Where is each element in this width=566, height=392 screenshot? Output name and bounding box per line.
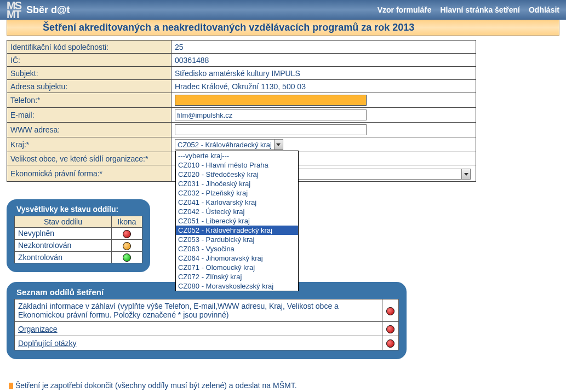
- status-dot-icon: [123, 242, 131, 250]
- link-main-page[interactable]: Hlavní stránka šetření: [440, 5, 520, 14]
- row-subject-value: Středisko amatérské kultury IMPULS: [171, 67, 476, 80]
- status-dot-icon: [386, 307, 395, 315]
- page-title: Šetření akreditovaných a neakreditovanýc…: [13, 22, 553, 33]
- legend-state-icon-cell: [112, 228, 142, 240]
- link-form-template[interactable]: Vzor formuláře: [378, 5, 432, 14]
- region-option[interactable]: CZ080 - Moravskoslezský kraj: [176, 281, 298, 291]
- section-status-cell: [382, 336, 399, 350]
- page-heading-bar: Šetření akreditovaných a neakreditovanýc…: [7, 20, 559, 36]
- region-option[interactable]: CZ063 - Vysočina: [176, 244, 298, 253]
- www-input[interactable]: [175, 124, 367, 135]
- region-option[interactable]: CZ072 - Zlínský kraj: [176, 272, 298, 281]
- chevron-down-icon[interactable]: [461, 169, 470, 179]
- app-name: Sběr d@t: [26, 4, 70, 16]
- region-option[interactable]: ---vyberte kraj---: [176, 151, 298, 160]
- sections-box: Seznam oddílů šetření Základní informace…: [7, 282, 407, 359]
- legend-table: Stav oddílu Ikona NevyplněnNezkontrolová…: [14, 216, 142, 263]
- app-logo: MS MT Sběr d@t: [7, 1, 70, 19]
- phone-input[interactable]: [175, 95, 367, 106]
- section-link[interactable]: Doplňující otázky: [18, 339, 77, 348]
- region-select-text: CZ052 - Královéhradecký kraj: [175, 141, 274, 149]
- email-input[interactable]: [175, 109, 367, 120]
- legend-state-label: Zkontrolován: [15, 251, 112, 263]
- region-option[interactable]: CZ053 - Pardubický kraj: [176, 235, 298, 244]
- region-option[interactable]: CZ042 - Ústecký kraj: [176, 207, 298, 216]
- status-dot-icon: [386, 339, 395, 348]
- section-row-text: Doplňující otázky: [15, 336, 382, 350]
- legend-box: Vysvětlivky ke stavu oddílu: Stav oddílu…: [7, 199, 150, 272]
- row-email-label: E-mail:: [7, 108, 171, 123]
- region-option[interactable]: CZ032 - Plzeňský kraj: [176, 188, 298, 198]
- section-status-cell: [382, 322, 399, 336]
- row-address-label: Adresa subjektu:: [7, 80, 171, 93]
- link-logout[interactable]: Odhlásit: [529, 5, 559, 14]
- legend-title: Vysvětlivky ke stavu oddílu:: [14, 205, 142, 214]
- legend-state-label: Nevyplněn: [15, 228, 112, 240]
- legend-state-label: Nezkontrolován: [15, 239, 112, 251]
- row-region-label: Kraj:*: [7, 137, 171, 152]
- legend-state-icon-cell: [112, 239, 142, 251]
- section-link[interactable]: Organizace: [18, 325, 58, 333]
- region-option[interactable]: CZ020 - Středočeský kraj: [176, 170, 298, 179]
- section-status-cell: [382, 299, 399, 322]
- legend-state-icon-cell: [112, 251, 142, 263]
- row-phone-label: Telefon:*: [7, 93, 171, 108]
- chevron-down-icon[interactable]: [274, 140, 283, 149]
- row-ic-label: IČ:: [7, 54, 171, 67]
- status-dot-icon: [123, 253, 131, 262]
- row-legal-label: Ekonomická právní forma:*: [7, 165, 171, 182]
- row-id-label: Identifikační kód společnosti:: [7, 41, 171, 54]
- section-row-text: Organizace: [15, 322, 382, 336]
- region-option[interactable]: CZ010 - Hlavní město Praha: [176, 160, 298, 170]
- status-dot-icon: [123, 230, 131, 238]
- region-option[interactable]: CZ071 - Olomoucký kraj: [176, 263, 298, 272]
- region-select[interactable]: CZ052 - Královéhradecký kraj ---vyberte …: [175, 139, 283, 150]
- row-size-label: Velikost obce, ve které sídlí organizace…: [7, 152, 171, 165]
- row-www-label: WWW adresa:: [7, 123, 171, 137]
- msmt-logo: MS MT: [7, 1, 21, 19]
- legend-col-icon: Ikona: [112, 216, 142, 228]
- section-row-text: Základní informace v záhlaví (vyplňte vý…: [15, 299, 382, 322]
- sections-table: Základní informace v záhlaví (vyplňte vý…: [14, 299, 399, 350]
- region-option[interactable]: CZ064 - Jihomoravský kraj: [176, 253, 298, 263]
- region-option[interactable]: CZ052 - Královéhradecký kraj: [176, 226, 298, 235]
- row-ic-value: 00361488: [171, 54, 476, 67]
- row-id-value: 25: [171, 41, 476, 54]
- region-option[interactable]: CZ041 - Karlovarský kraj: [176, 198, 298, 207]
- row-subject-label: Subjekt:: [7, 67, 171, 80]
- legend-col-state: Stav oddílu: [15, 216, 112, 228]
- topbar: MS MT Sběr d@t Vzor formuláře Hlavní str…: [0, 0, 566, 20]
- status-dot-icon: [386, 325, 395, 333]
- top-links: Vzor formuláře Hlavní stránka šetření Od…: [378, 5, 559, 14]
- region-option[interactable]: CZ051 - Liberecký kraj: [176, 216, 298, 226]
- region-dropdown[interactable]: ---vyberte kraj---CZ010 - Hlavní město P…: [175, 151, 299, 291]
- info-table: Identifikační kód společnosti: 25 IČ: 00…: [7, 40, 476, 182]
- region-option[interactable]: CZ031 - Jihočeský kraj: [176, 179, 298, 188]
- row-address-value: Hradec Králové, Okružní 1130, 500 03: [171, 80, 476, 93]
- footnote: Šetření je zapotřebí dokončit (všechny o…: [7, 381, 559, 390]
